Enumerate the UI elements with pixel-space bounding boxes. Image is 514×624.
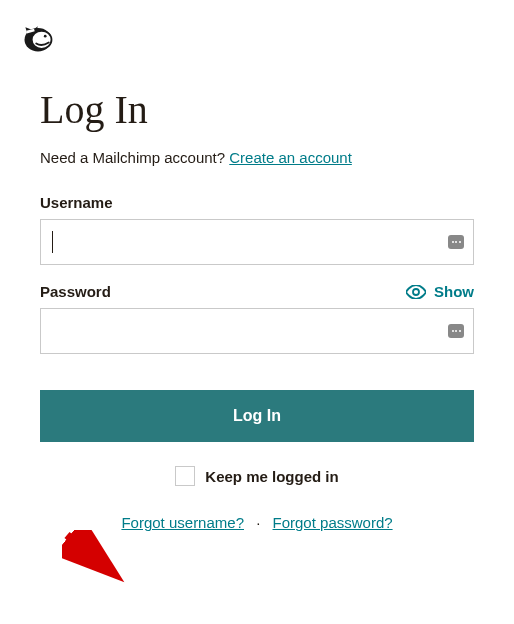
password-label: Password <box>40 283 111 300</box>
create-account-link[interactable]: Create an account <box>229 149 352 166</box>
login-button[interactable]: Log In <box>40 390 474 442</box>
forgot-password-link[interactable]: Forgot password? <box>273 514 393 531</box>
username-label: Username <box>40 194 113 211</box>
svg-point-3 <box>44 35 47 38</box>
autofill-icon[interactable] <box>448 235 464 249</box>
show-label: Show <box>434 283 474 300</box>
separator: · <box>256 514 260 531</box>
keep-logged-label: Keep me logged in <box>205 468 338 485</box>
svg-point-5 <box>413 289 419 295</box>
autofill-icon[interactable] <box>448 324 464 338</box>
keep-logged-checkbox[interactable] <box>175 466 195 486</box>
page-title: Log In <box>40 86 474 133</box>
mailchimp-logo <box>20 20 56 56</box>
text-cursor <box>52 231 53 253</box>
show-password-toggle[interactable]: Show <box>406 283 474 300</box>
username-field-group: Username <box>40 194 474 265</box>
password-field-group: Password Show <box>40 283 474 354</box>
svg-line-7 <box>67 535 112 572</box>
forgot-links: Forgot username? · Forgot password? <box>40 514 474 531</box>
keep-logged-row: Keep me logged in <box>40 466 474 486</box>
eye-icon <box>406 285 426 299</box>
forgot-username-link[interactable]: Forgot username? <box>121 514 244 531</box>
signup-prompt: Need a Mailchimp account? Create an acco… <box>40 149 474 166</box>
prompt-text: Need a Mailchimp account? <box>40 149 229 166</box>
password-input[interactable] <box>40 308 474 354</box>
arrow-annotation <box>62 530 132 585</box>
username-input[interactable] <box>40 219 474 265</box>
